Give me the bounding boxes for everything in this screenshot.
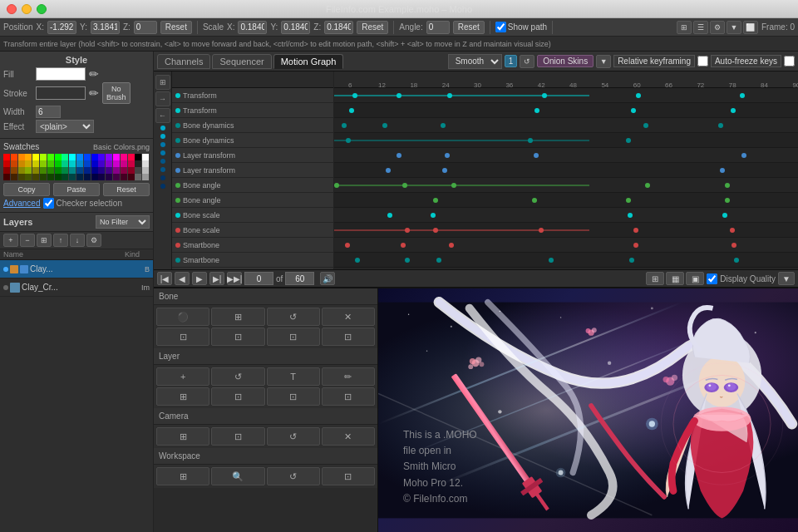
move-up-button[interactable]: ↑ [53, 234, 68, 247]
total-frames-input[interactable] [285, 272, 314, 285]
layer-tool-2[interactable]: ↺ [211, 367, 264, 386]
bone-tool-3[interactable]: ↺ [267, 308, 320, 326]
refresh-icon[interactable]: ↺ [520, 55, 534, 68]
rel-key-checkbox[interactable] [697, 56, 708, 66]
tab-motion-graph[interactable]: Motion Graph [273, 54, 344, 69]
camera-tool-2[interactable]: ⊡ [211, 427, 264, 446]
smooth-select[interactable]: Smooth [448, 54, 502, 69]
color-cell[interactable] [98, 160, 105, 167]
camera-tool-4[interactable]: ✕ [322, 427, 375, 446]
workspace-tool-2[interactable]: 🔍 [211, 467, 264, 485]
layer-visibility-dot-2[interactable] [3, 285, 8, 290]
color-cell[interactable] [142, 154, 149, 160]
color-cell[interactable] [135, 174, 141, 180]
color-cell[interactable] [84, 154, 91, 160]
color-cell[interactable] [40, 167, 47, 174]
group-layer-button[interactable]: ⊞ [37, 234, 52, 247]
view-btn-1[interactable]: ⊞ [646, 272, 664, 285]
display-quality-checkbox[interactable] [707, 273, 717, 284]
z-input[interactable] [134, 21, 157, 34]
color-cell[interactable] [55, 160, 62, 167]
bone-tool-1[interactable]: ⚫ [156, 308, 209, 326]
color-cell[interactable] [69, 160, 76, 167]
color-cell[interactable] [113, 174, 120, 180]
prev-frame-button[interactable]: ◀ [175, 272, 190, 285]
icon-btn-5[interactable]: ⬜ [743, 21, 758, 34]
color-cell[interactable] [3, 154, 10, 160]
color-cell[interactable] [98, 174, 105, 180]
color-cell[interactable] [47, 167, 54, 174]
side-tool-1[interactable]: ⊞ [155, 75, 170, 90]
move-down-button[interactable]: ↓ [70, 234, 85, 247]
color-cell[interactable] [69, 154, 76, 160]
y-input[interactable] [91, 21, 120, 34]
layer-tool-3[interactable]: T [267, 367, 320, 386]
icon-btn-3[interactable]: ⚙ [710, 21, 725, 34]
bone-tool-4[interactable]: ✕ [322, 308, 375, 326]
color-cell[interactable] [18, 167, 25, 174]
color-cell[interactable] [69, 167, 76, 174]
icon-btn-1[interactable]: ⊞ [677, 21, 692, 34]
view-btn-3[interactable]: ▣ [686, 272, 704, 285]
bone-tool-5[interactable]: ⊡ [156, 328, 209, 346]
color-cell[interactable] [76, 174, 83, 180]
workspace-tool-4[interactable]: ⊡ [322, 467, 375, 485]
reset-scale-button[interactable]: Reset [357, 21, 388, 34]
color-cell[interactable] [106, 167, 112, 174]
color-cell[interactable] [91, 154, 98, 160]
color-cell[interactable] [91, 160, 98, 167]
color-cell[interactable] [47, 154, 54, 160]
color-cell[interactable] [62, 160, 68, 167]
color-cell[interactable] [91, 174, 98, 180]
color-cell[interactable] [62, 174, 68, 180]
color-cell[interactable] [128, 174, 135, 180]
layer-tool-8[interactable]: ⊡ [322, 387, 375, 406]
color-cell[interactable] [76, 167, 83, 174]
color-cell[interactable] [3, 160, 10, 167]
side-tool-3[interactable]: ← [155, 108, 170, 123]
add-layer-button[interactable]: + [3, 234, 18, 247]
bone-tool-6[interactable]: ⊡ [211, 328, 264, 346]
angle-input[interactable] [426, 21, 450, 34]
current-frame-input[interactable] [244, 272, 273, 285]
color-cell[interactable] [25, 167, 32, 174]
color-cell[interactable] [106, 160, 112, 167]
sz-input[interactable] [324, 21, 353, 34]
icon-btn-4[interactable]: ▼ [727, 21, 741, 34]
workspace-tool-3[interactable]: ↺ [267, 467, 320, 485]
color-cell[interactable] [142, 160, 149, 167]
layer-tool-4[interactable]: ✏ [322, 367, 375, 386]
color-cell[interactable] [55, 154, 62, 160]
color-cell[interactable] [113, 154, 120, 160]
layer-tool-6[interactable]: ⊡ [211, 387, 264, 406]
color-cell[interactable] [128, 160, 135, 167]
color-cell[interactable] [76, 154, 83, 160]
color-cell[interactable] [32, 174, 39, 180]
delete-layer-button[interactable]: − [20, 234, 35, 247]
maximize-button[interactable] [37, 4, 47, 14]
side-tool-2[interactable]: → [155, 91, 170, 106]
color-cell[interactable] [84, 174, 91, 180]
color-cell[interactable] [142, 167, 149, 174]
tab-sequencer[interactable]: Sequencer [212, 54, 271, 69]
skip-end-button[interactable]: ▶▶| [227, 272, 242, 285]
auto-freeze-checkbox[interactable] [784, 56, 795, 66]
sy-input[interactable] [281, 21, 310, 34]
reset-position-button[interactable]: Reset [160, 21, 192, 34]
stroke-color-swatch[interactable] [36, 86, 86, 100]
bone-tool-8[interactable]: ⊡ [322, 328, 375, 346]
color-cell[interactable] [32, 167, 39, 174]
color-cell[interactable] [142, 174, 149, 180]
no-brush-button[interactable]: NoBrush [102, 82, 131, 104]
color-cell[interactable] [135, 154, 141, 160]
color-cell[interactable] [18, 174, 25, 180]
color-cell[interactable] [25, 160, 32, 167]
color-cell[interactable] [40, 154, 47, 160]
color-cell[interactable] [32, 160, 39, 167]
reset-swatches-button[interactable]: Reset [103, 183, 150, 196]
color-cell[interactable] [3, 167, 10, 174]
copy-button[interactable]: Copy [3, 183, 50, 196]
paste-button[interactable]: Paste [53, 183, 100, 196]
onion-skins-button[interactable]: Onion Skins [537, 55, 594, 67]
color-cell[interactable] [113, 167, 120, 174]
